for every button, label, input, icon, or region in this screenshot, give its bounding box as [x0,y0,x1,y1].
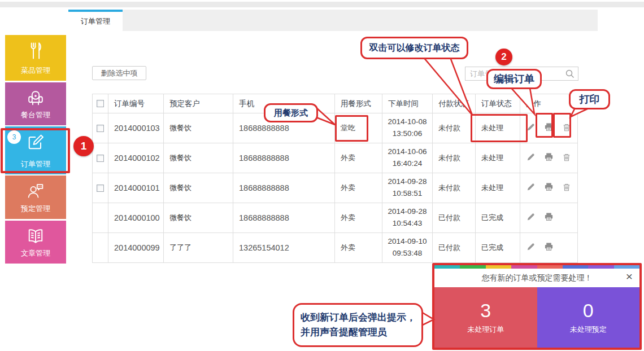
orders-table: 订单编号 预定客户 手机 用餐形式 下单时间 付款状态 订单状态 操作 2014… [92,94,578,263]
popup-title: 您有新的订单或预定需要处理！ [482,273,593,283]
pending-reservations-panel[interactable]: 0 未处理预定 [537,287,640,348]
pending-reservations-count: 0 [583,300,594,321]
customer: 微餐饮 [164,203,233,233]
print-icon[interactable] [544,152,554,164]
order-no: 2014000103 [108,113,164,143]
delete-selected-button[interactable]: 删除选中项 [92,66,146,80]
dining-type: 外卖 [335,233,382,263]
dining-type: 外卖 [335,203,382,233]
pay-status: 已付款 [433,203,476,233]
table-row: 2014000099 了了了 13265154012 外卖 2014-09-10… [93,233,578,263]
sidebar-item-reservations[interactable]: 预定管理 [5,176,66,219]
pending-orders-label: 未处理订单 [467,324,504,335]
order-status[interactable]: 未处理 [476,143,520,173]
dining-type: 外卖 [335,143,382,173]
sidebar-label: 预定管理 [5,204,66,214]
col-order-no: 订单编号 [108,94,164,113]
order-no: 2014000101 [108,173,164,203]
order-time: 2014-09-2810:58:51 [382,173,433,203]
table-row: 2014000102 微餐饮 18688888888 外卖 2014-10-06… [93,143,578,173]
edit-icon[interactable] [526,122,536,134]
armchair-icon [25,88,46,111]
annotation-bubble-dining: 用餐形式 [264,103,318,122]
utensils-icon [25,41,46,63]
pay-status: 未付款 [433,143,476,173]
print-icon[interactable] [544,242,554,253]
book-icon [25,226,46,249]
order-no: 2014000102 [108,143,164,173]
orders-count-badge: 3 [7,130,21,144]
row-checkbox[interactable] [97,185,104,192]
customer: 了了了 [164,233,233,263]
annotation-badge-2: 2 [495,49,512,65]
search-icon[interactable] [565,69,575,81]
pending-orders-count: 3 [480,300,491,321]
sidebar-item-orders[interactable]: 3 订单管理 [5,126,66,174]
order-time: 2014-10-0813:50:06 [382,113,433,143]
pay-status: 未付款 [433,173,476,203]
phone: 18688888888 [233,203,335,233]
table-header-row: 订单编号 预定客户 手机 用餐形式 下单时间 付款状态 订单状态 操作 [93,94,578,113]
order-time: 2014-09-1009:53:48 [382,233,433,263]
annotation-badge-1: 1 [73,136,94,156]
trash-icon[interactable] [562,153,571,164]
row-checkbox[interactable] [97,125,104,132]
table-row: 2014000101 微餐饮 18688888888 外卖 2014-09-28… [93,173,578,203]
order-status[interactable]: 已完成 [476,233,520,263]
tab-strip [68,10,598,31]
col-status: 订单状态 [476,94,520,113]
table-row: 2014000100 微餐饮 18688888888 外卖 2014-09-28… [93,203,578,233]
print-icon[interactable] [544,212,554,223]
edit-icon[interactable] [526,212,536,223]
sidebar-label: 订单管理 [5,159,66,169]
phone: 18688888888 [233,143,335,173]
edit-icon[interactable] [526,242,536,253]
pending-reservations-label: 未处理预定 [570,324,607,335]
order-status[interactable]: 已完成 [476,203,520,233]
print-icon[interactable] [544,182,554,194]
pay-status: 未付款 [433,113,476,143]
order-no: 2014000099 [108,233,164,263]
sidebar-item-tables[interactable]: 餐台管理 [5,82,66,125]
sidebar-item-articles[interactable]: 文章管理 [5,221,66,264]
customer: 微餐饮 [164,113,233,143]
phone: 18688888888 [233,173,335,203]
order-time: 2014-09-2810:54:43 [382,203,433,233]
customer: 微餐饮 [164,173,233,203]
trash-icon[interactable] [562,183,571,194]
sidebar-label: 餐台管理 [5,110,66,120]
col-dining: 用餐形式 [335,94,382,113]
customer: 微餐饮 [164,143,233,173]
col-time: 下单时间 [382,94,433,113]
annotation-bubble-edit: 编辑订单 [486,69,542,89]
print-icon[interactable] [544,122,554,134]
sidebar-label: 文章管理 [5,248,66,258]
annotation-bubble-notification: 收到新订单后会弹出提示， 并用声音提醒管理员 [293,303,423,347]
person-chat-icon [25,181,46,204]
tab-order-management[interactable]: 订单管理 [68,10,123,31]
order-status[interactable]: 未处理 [476,173,520,203]
pending-orders-panel[interactable]: 3 未处理订单 [434,287,537,348]
compose-icon [25,132,46,155]
select-all-checkbox[interactable] [97,100,104,107]
row-checkbox[interactable] [97,155,104,162]
annotation-bubble-status: 双击可以修改订单状态 [360,37,468,59]
col-pay: 付款状态 [433,94,476,113]
sidebar-item-dishes[interactable]: 菜品管理 [5,35,66,81]
notification-popup: 您有新的订单或预定需要处理！ × 3 未处理订单 0 未处理预定 [434,265,639,348]
close-icon[interactable]: × [626,270,633,283]
phone: 13265154012 [233,233,335,263]
sidebar-label: 菜品管理 [5,65,66,76]
pay-status: 已付款 [433,233,476,263]
order-time: 2014-10-0616:40:24 [382,143,433,173]
edit-icon[interactable] [526,182,536,194]
col-customer: 预定客户 [164,94,233,113]
table-row: 2014000103 微餐饮 18688888888 堂吃 2014-10-08… [93,113,578,143]
order-no: 2014000100 [108,203,164,233]
edit-icon[interactable] [526,152,536,164]
dining-type: 外卖 [335,173,382,203]
trash-icon[interactable] [562,123,571,134]
dining-type: 堂吃 [335,113,382,143]
tab-label: 订单管理 [81,16,110,27]
order-status[interactable]: 未处理 [476,113,520,143]
